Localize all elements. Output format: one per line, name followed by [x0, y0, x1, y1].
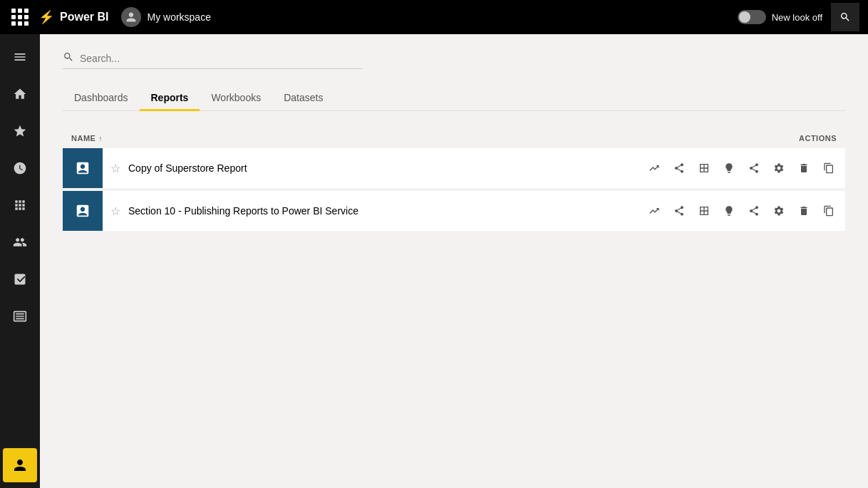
row-star-icon[interactable]: ☆ [103, 162, 128, 175]
topbar-right: New look off [738, 3, 859, 31]
sidebar-item-favorites[interactable] [3, 114, 37, 148]
sidebar [0, 34, 40, 488]
copy-icon[interactable] [820, 202, 837, 219]
new-look-toggle[interactable] [738, 10, 766, 24]
row-name: Copy of Superstore Report [128, 162, 646, 174]
sort-arrow-icon: ↑ [98, 135, 103, 142]
main-content: Dashboards Reports Workbooks Datasets NA… [40, 34, 868, 488]
tab-workbooks[interactable]: Workbooks [200, 86, 272, 111]
quickinsights-icon[interactable] [720, 202, 737, 219]
row-dataset-icon [63, 191, 103, 231]
search-container [63, 51, 845, 69]
tab-dashboards[interactable]: Dashboards [63, 86, 140, 111]
search-button[interactable] [831, 3, 859, 31]
copy-icon[interactable] [820, 160, 837, 177]
tab-reports[interactable]: Reports [140, 86, 200, 111]
new-look-toggle-container[interactable]: New look off [738, 10, 822, 24]
sidebar-item-learn[interactable] [3, 299, 37, 333]
sidebar-item-workspaces[interactable] [3, 262, 37, 296]
new-look-label: New look off [772, 12, 822, 23]
table-row: ☆ Copy of Superstore Report [63, 148, 845, 188]
search-input[interactable] [80, 53, 362, 64]
table-icon[interactable] [696, 202, 712, 219]
row-actions [646, 202, 845, 219]
analyze-icon[interactable] [646, 160, 662, 177]
workspace-selector[interactable]: My workspace [121, 7, 210, 27]
sidebar-item-menu[interactable] [3, 40, 37, 74]
row-star-icon[interactable]: ☆ [103, 204, 128, 218]
sidebar-item-shared[interactable] [3, 225, 37, 259]
sidebar-item-account[interactable] [3, 448, 37, 482]
row-name: Section 10 - Publishing Reports to Power… [128, 205, 646, 217]
table-header: NAME ↑ ACTIONS [63, 128, 845, 148]
table-icon[interactable] [696, 160, 712, 177]
share-icon[interactable] [745, 160, 762, 177]
powerbi-logo: ⚡ [38, 9, 54, 25]
col-actions-header: ACTIONS [637, 134, 837, 142]
share-icon[interactable] [745, 202, 762, 219]
table-row: ☆ Section 10 - Publishing Reports to Pow… [63, 191, 845, 231]
toggle-knob [739, 11, 750, 23]
row-dataset-icon [63, 148, 103, 188]
topbar: ⚡ Power BI My workspace New look off [0, 0, 868, 34]
search-bar [63, 51, 362, 69]
delete-icon[interactable] [795, 202, 812, 219]
analyze-icon[interactable] [646, 202, 662, 219]
apps-grid-icon[interactable] [9, 6, 31, 28]
tab-datasets[interactable]: Datasets [272, 86, 334, 111]
col-name-header[interactable]: NAME ↑ [71, 134, 637, 142]
share-report-icon[interactable] [671, 202, 687, 219]
search-icon [63, 51, 74, 66]
workspace-label: My workspace [147, 11, 210, 23]
tabs: Dashboards Reports Workbooks Datasets [63, 86, 845, 111]
sidebar-item-home[interactable] [3, 77, 37, 111]
delete-icon[interactable] [795, 160, 812, 177]
app-name: Power BI [60, 11, 108, 24]
avatar [121, 7, 141, 27]
share-report-icon[interactable] [671, 160, 687, 177]
settings-icon[interactable] [770, 202, 787, 219]
brand: ⚡ Power BI [38, 9, 108, 25]
quickinsights-icon[interactable] [720, 160, 737, 177]
row-actions [646, 160, 845, 177]
settings-icon[interactable] [770, 160, 787, 177]
sidebar-item-apps[interactable] [3, 188, 37, 222]
sidebar-item-recent[interactable] [3, 151, 37, 185]
